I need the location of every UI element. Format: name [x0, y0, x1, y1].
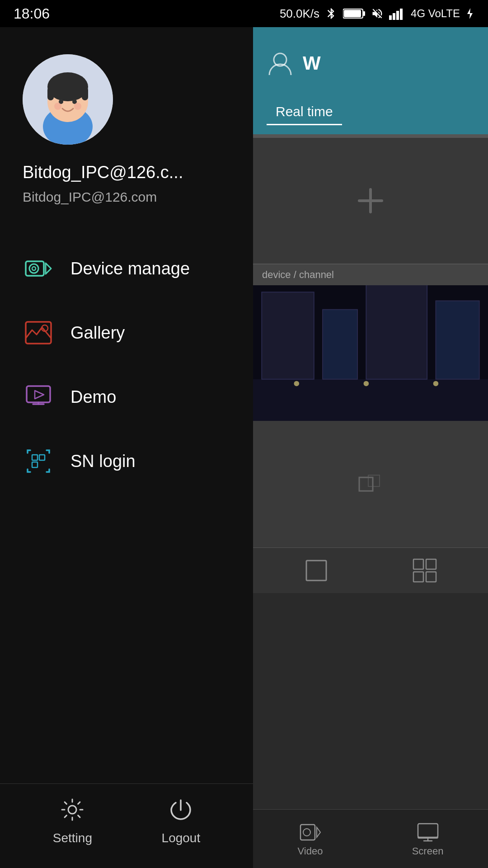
svg-point-18: [74, 103, 81, 110]
svg-rect-38: [262, 292, 314, 379]
single-view-icon[interactable]: [303, 557, 330, 584]
real-time-tab[interactable]: Real time: [267, 99, 342, 125]
svg-rect-14: [82, 87, 88, 100]
svg-marker-7: [467, 8, 473, 19]
bluetooth-icon: [325, 7, 338, 20]
right-panel: W Real time device / channel: [253, 27, 488, 868]
gallery-icon: [23, 317, 54, 349]
gear-icon: [60, 797, 84, 827]
bg-tabs: Real time: [253, 99, 488, 134]
svg-marker-56: [317, 827, 320, 837]
camera-feed-visual: 09/01/2019 WED 20:30:17 NT35:6CV300_[MX3…: [253, 285, 488, 421]
battery-icon: [343, 7, 366, 20]
svg-rect-52: [413, 572, 423, 582]
bg-header-text: W: [303, 52, 321, 74]
status-time: 18:06: [14, 5, 50, 22]
camera-feed: 09/01/2019 WED 20:30:17 NT35:6CV300_[MX3…: [253, 285, 488, 421]
logout-button[interactable]: Logout: [162, 797, 201, 845]
svg-point-42: [294, 381, 300, 387]
svg-point-32: [68, 806, 76, 814]
bg-user-icon: [267, 50, 294, 77]
bg-app-header: W: [253, 27, 488, 99]
grid-view-icon[interactable]: [411, 557, 438, 584]
svg-rect-5: [396, 11, 399, 20]
svg-point-55: [303, 829, 310, 836]
svg-rect-49: [306, 561, 326, 580]
setting-label: Setting: [53, 831, 92, 845]
logout-label: Logout: [162, 831, 201, 845]
video-nav-label: Video: [298, 845, 323, 857]
device-channel-label: device / channel: [262, 269, 334, 280]
device-channel-bar: device / channel: [253, 264, 488, 285]
mute-icon: [371, 7, 384, 20]
add-device-icon: [352, 183, 389, 219]
svg-rect-4: [393, 13, 395, 20]
demo-label: Demo: [70, 387, 116, 407]
user-email: Bitdog_IPC@126.com: [23, 189, 157, 205]
gallery-label: Gallery: [70, 323, 125, 343]
svg-rect-13: [47, 87, 54, 100]
menu-item-demo[interactable]: Demo: [0, 365, 253, 429]
main-container: Bitdog_IPC@126.c... Bitdog_IPC@126.com: [0, 27, 488, 868]
svg-point-44: [433, 381, 439, 387]
sidebar: Bitdog_IPC@126.c... Bitdog_IPC@126.com: [0, 27, 253, 868]
svg-point-20: [29, 264, 38, 273]
camera-icon: [23, 253, 54, 284]
svg-rect-51: [426, 559, 436, 569]
menu-items: Device manage Gallery: [0, 223, 253, 783]
menu-item-gallery[interactable]: Gallery: [0, 301, 253, 365]
bg-nav: Video Screen: [253, 809, 488, 868]
status-icons: 50.0K/s 4G VoLTE: [280, 7, 474, 21]
bg-grid-area: [253, 138, 488, 264]
svg-point-21: [32, 267, 36, 270]
svg-point-43: [364, 381, 369, 387]
svg-rect-25: [27, 386, 50, 402]
divider: [253, 134, 488, 138]
svg-rect-3: [389, 15, 392, 20]
avatar-image: [23, 54, 113, 145]
view-toggle-bar: [253, 547, 488, 593]
bg-nav-screen[interactable]: Screen: [412, 821, 444, 857]
charging-icon: [465, 7, 474, 20]
svg-point-17: [54, 103, 61, 110]
svg-rect-29: [32, 455, 38, 460]
svg-rect-39: [323, 310, 357, 379]
svg-marker-26: [35, 391, 44, 399]
svg-rect-31: [32, 462, 38, 467]
signal-icon: [389, 7, 405, 20]
svg-rect-57: [418, 824, 438, 837]
svg-rect-1: [363, 11, 365, 16]
svg-rect-40: [366, 285, 427, 379]
carrier-label: 4G VoLTE: [411, 7, 460, 20]
svg-rect-41: [436, 301, 479, 379]
svg-rect-47: [359, 477, 373, 491]
sn-login-icon: [23, 445, 54, 477]
power-icon: [169, 797, 193, 827]
sn-login-label: SN login: [70, 452, 136, 471]
screen-nav-label: Screen: [412, 845, 444, 857]
demo-icon: [23, 381, 54, 413]
menu-item-device-manage[interactable]: Device manage: [0, 236, 253, 301]
setting-button[interactable]: Setting: [53, 797, 92, 845]
svg-marker-22: [46, 263, 51, 274]
bg-nav-video[interactable]: Video: [298, 821, 323, 857]
avatar[interactable]: [23, 54, 113, 145]
svg-rect-53: [426, 572, 436, 582]
svg-rect-6: [400, 9, 403, 20]
screen-nav-icon: [417, 821, 439, 844]
bottom-bar: Setting Logout: [0, 783, 253, 868]
loading-indicator: [352, 466, 389, 502]
svg-rect-54: [300, 825, 315, 840]
avatar-section: Bitdog_IPC@126.c... Bitdog_IPC@126.com: [0, 27, 253, 223]
bg-placeholder: [253, 421, 488, 547]
video-nav-icon: [299, 821, 322, 844]
network-speed: 50.0K/s: [280, 7, 319, 21]
status-bar: 18:06 50.0K/s 4G VoLTE: [0, 0, 488, 27]
device-manage-label: Device manage: [70, 259, 190, 278]
svg-rect-2: [344, 10, 361, 17]
menu-item-sn-login[interactable]: SN login: [0, 429, 253, 493]
svg-rect-50: [413, 559, 423, 569]
username: Bitdog_IPC@126.c...: [23, 163, 183, 182]
svg-rect-37: [253, 379, 488, 421]
svg-rect-30: [39, 455, 45, 460]
